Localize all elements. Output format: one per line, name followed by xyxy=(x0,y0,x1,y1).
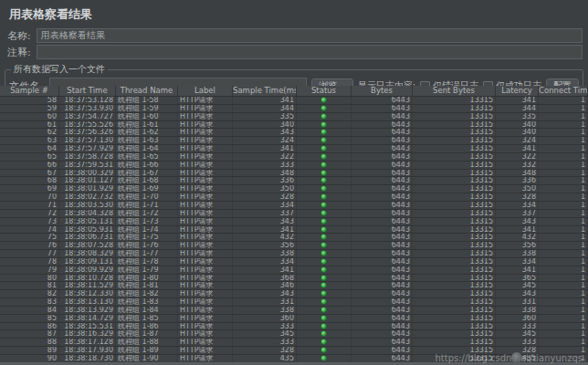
success-status-icon xyxy=(320,97,327,103)
cell-start: 18:38:04.328 xyxy=(59,210,116,217)
column-header-start[interactable]: Start Time xyxy=(59,86,116,96)
column-header-bytes[interactable]: Bytes xyxy=(352,86,413,96)
cell-sample: 72 xyxy=(0,210,59,217)
table-row[interactable]: 7518:38:06.731线程组 1-75HTTP请求432644313315… xyxy=(0,234,588,242)
cell-status xyxy=(297,290,352,297)
table-row[interactable]: 6918:38:01.929线程组 1-69HTTP请求350644313315… xyxy=(0,185,588,193)
cell-bytes: 6443 xyxy=(352,266,413,274)
table-row[interactable]: 6618:37:59.531线程组 1-66HTTP请求333644313315… xyxy=(0,162,588,170)
table-row[interactable]: 8018:38:10.728线程组 1-80HTTP请求368644313315… xyxy=(0,275,588,283)
table-row[interactable]: 8718:38:16.329线程组 1-87HTTP请求345644313315… xyxy=(0,330,588,339)
table-row[interactable]: 7418:38:05.931线程组 1-74HTTP请求341644313315… xyxy=(0,226,588,235)
cell-connect: 1 xyxy=(539,170,588,177)
cell-connect: 1 xyxy=(539,193,588,201)
column-header-status[interactable]: Status xyxy=(297,86,352,96)
table-row[interactable]: 7218:38:04.328线程组 1-72HTTP请求337644313315… xyxy=(0,210,588,218)
cell-status xyxy=(297,185,352,193)
success-status-icon xyxy=(320,145,327,151)
cell-latency: 343 xyxy=(496,218,539,225)
cell-sent: 13315 xyxy=(413,153,496,161)
table-row[interactable]: 6818:38:01.127线程组 1-68HTTP请求336644313315… xyxy=(0,177,588,185)
success-status-icon xyxy=(320,129,327,135)
cell-time: 341 xyxy=(233,226,297,234)
cell-start: 18:37:53.930 xyxy=(59,105,116,112)
table-row[interactable]: 8818:38:17.128线程组 1-88HTTP请求333644313315… xyxy=(0,339,588,347)
column-header-sample[interactable]: Sample # xyxy=(0,86,59,96)
success-status-icon xyxy=(320,290,327,297)
cell-status xyxy=(297,137,352,144)
column-header-thread[interactable]: Thread Name xyxy=(116,86,178,96)
cell-time: 328 xyxy=(233,193,297,201)
cell-label: HTTP请求 xyxy=(178,282,233,289)
cell-connect: 1 xyxy=(539,315,588,322)
cell-bytes: 6443 xyxy=(352,113,413,120)
cell-bytes: 6443 xyxy=(352,339,413,346)
column-header-time[interactable]: Sample Time(ms) xyxy=(233,86,297,96)
table-row[interactable]: 7018:38:02.732线程组 1-70HTTP请求328644313315… xyxy=(0,193,588,202)
cell-latency: 365 xyxy=(496,275,539,282)
cell-sent: 13315 xyxy=(413,282,496,289)
table-row[interactable]: 8118:38:11.529线程组 1-81HTTP请求346644313315… xyxy=(0,282,588,290)
cell-thread: 线程组 1-61 xyxy=(116,121,178,129)
cell-start: 18:37:57.130 xyxy=(59,137,116,144)
table-row[interactable]: 6518:37:58.728线程组 1-65HTTP请求322644313315… xyxy=(0,153,588,162)
success-status-icon xyxy=(320,193,327,200)
cell-sample: 67 xyxy=(0,170,59,177)
table-row[interactable]: 8218:38:12.330线程组 1-82HTTP请求343644313315… xyxy=(0,290,588,298)
cell-connect: 1 xyxy=(539,218,588,225)
table-row[interactable]: 7918:38:09.929线程组 1-79HTTP请求341644313315… xyxy=(0,266,588,275)
cell-label: HTTP请求 xyxy=(178,177,233,184)
cell-start: 18:38:13.929 xyxy=(59,307,116,314)
success-status-icon xyxy=(320,347,327,353)
table-row[interactable]: 6118:37:55.526线程组 1-61HTTP请求340644313315… xyxy=(0,121,588,130)
table-row[interactable]: 6018:37:54.727线程组 1-60HTTP请求335644313315… xyxy=(0,113,588,121)
table-row[interactable]: 6218:37:56.326线程组 1-62HTTP请求343644313315… xyxy=(0,129,588,137)
cell-sent: 13315 xyxy=(413,105,496,112)
cell-time: 335 xyxy=(233,113,297,120)
cell-label: HTTP请求 xyxy=(178,137,233,144)
table-row[interactable]: 8618:38:15.531线程组 1-86HTTP请求333644313315… xyxy=(0,323,588,331)
cell-label: HTTP请求 xyxy=(178,330,233,338)
table-row[interactable]: 6318:37:57.130线程组 1-63HTTP请求324644313315… xyxy=(0,137,588,145)
table-row[interactable]: 8418:38:13.929线程组 1-84HTTP请求338644313315… xyxy=(0,307,588,315)
cell-status xyxy=(297,250,352,257)
table-row[interactable]: 8318:38:13.130线程组 1-83HTTP请求331644313315… xyxy=(0,298,588,307)
table-row[interactable]: 7818:38:09.131线程组 1-78HTTP请求334644313315… xyxy=(0,258,588,266)
cell-connect: 1 xyxy=(539,185,588,193)
cell-connect: 1 xyxy=(539,226,588,234)
table-row[interactable]: 5818:37:53.128线程组 1-58HTTP请求341644313315… xyxy=(0,97,588,105)
table-row[interactable]: 8518:38:14.729线程组 1-85HTTP请求360644313315… xyxy=(0,315,588,323)
table-row[interactable]: 7718:38:08.329线程组 1-77HTTP请求338644313315… xyxy=(0,250,588,258)
column-header-label[interactable]: Label xyxy=(178,86,233,96)
cell-thread: 线程组 1-88 xyxy=(116,339,178,346)
cell-start: 18:38:05.131 xyxy=(59,218,116,225)
table-row[interactable]: 7118:38:03.530线程组 1-71HTTP请求334644313315… xyxy=(0,202,588,210)
cell-label: HTTP请求 xyxy=(178,170,233,177)
success-status-icon xyxy=(320,298,327,305)
column-header-connect[interactable]: Connect Time(ms) xyxy=(539,86,588,96)
cell-label: HTTP请求 xyxy=(178,275,233,282)
cell-time: 331 xyxy=(233,298,297,306)
cell-time: 334 xyxy=(233,202,297,209)
comments-input[interactable] xyxy=(37,45,583,59)
cell-thread: 线程组 1-69 xyxy=(116,185,178,193)
cell-thread: 线程组 1-82 xyxy=(116,290,178,297)
cell-thread: 线程组 1-81 xyxy=(116,282,178,289)
table-row[interactable]: 6718:38:00.329线程组 1-67HTTP请求348644313315… xyxy=(0,170,588,178)
cell-status xyxy=(297,162,352,169)
name-input[interactable]: 用表格察看结果 xyxy=(37,28,583,43)
table-row[interactable]: 7618:38:07.528线程组 1-76HTTP请求356644313315… xyxy=(0,242,588,250)
watermark: https://blog.csdn.net/tianyunzqs xyxy=(435,353,583,363)
cell-label: HTTP请求 xyxy=(178,162,233,169)
cell-bytes: 6443 xyxy=(352,97,413,104)
success-status-icon xyxy=(320,323,327,329)
cell-status xyxy=(297,234,352,241)
column-header-latency[interactable]: Latency xyxy=(496,86,539,96)
table-row[interactable]: 6418:37:57.929线程组 1-64HTTP请求341644313315… xyxy=(0,145,588,153)
cell-time: 344 xyxy=(233,105,297,112)
cell-sample: 59 xyxy=(0,105,59,112)
table-row[interactable]: 5918:37:53.930线程组 1-59HTTP请求344644313315… xyxy=(0,105,588,113)
column-header-sent[interactable]: Sent Bytes xyxy=(413,86,496,96)
cell-label: HTTP请求 xyxy=(178,185,233,193)
table-row[interactable]: 7318:38:05.131线程组 1-73HTTP请求343644313315… xyxy=(0,218,588,226)
